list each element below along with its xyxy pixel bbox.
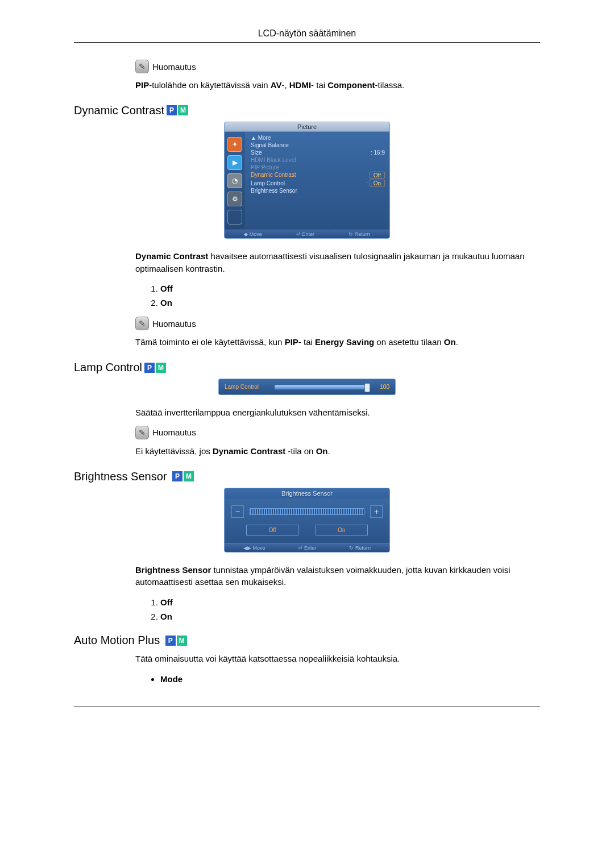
osd-lamp-value: 100 — [372, 384, 389, 390]
badge-p-icon: P — [167, 105, 177, 115]
badge-p-icon: P — [165, 636, 176, 646]
osd-brightness-sensor: Brightness Sensor − + Off On ◀▶ Move ⏎ E… — [224, 488, 390, 553]
dynamic-contrast-note: Tämä toiminto ei ole käytettävissä, kun … — [135, 336, 540, 348]
pip-source-note: PIP-tulolähde on käytettävissä vain AV-,… — [135, 79, 540, 92]
osd-bs-minus-button[interactable]: − — [231, 505, 244, 518]
note-label: Huomautus — [152, 62, 196, 72]
footer-divider — [74, 707, 540, 707]
osd-bs-title: Brightness Sensor — [225, 488, 389, 499]
osd-bs-plus-button[interactable]: + — [370, 505, 383, 518]
osd-nav-move: ◆ Move — [244, 231, 262, 237]
brightness-sensor-options: Off On — [148, 597, 540, 621]
note-icon: ✎ — [135, 426, 149, 439]
badge-m-icon: M — [177, 636, 187, 646]
badge-p-icon: P — [172, 471, 182, 481]
header-divider — [74, 42, 540, 43]
note-icon: ✎ — [135, 60, 149, 73]
osd-nav-move: ◀▶ Move — [243, 545, 265, 551]
osd-nav-return: ↻ Return — [349, 231, 370, 237]
osd-icon-input: ▶ — [227, 155, 242, 170]
osd-bs-gauge — [250, 508, 364, 515]
dynamic-contrast-options: Off On — [148, 284, 540, 308]
auto-motion-plus-bullets: Mode — [148, 674, 540, 684]
osd-lamp-control: Lamp Control 100 — [218, 379, 396, 395]
badge-m-icon: M — [178, 105, 188, 115]
osd-picture-menu: Picture ✦ ▶ ◔ ⚙ ▲ More Signal Balance Si… — [224, 122, 390, 239]
badge-m-icon: M — [184, 471, 194, 481]
osd-bs-off-button[interactable]: Off — [246, 525, 298, 535]
note-icon: ✎ — [135, 317, 149, 330]
heading-dynamic-contrast: Dynamic Contrast P M — [74, 104, 540, 117]
osd-bs-on-button[interactable]: On — [316, 525, 368, 535]
auto-motion-plus-desc: Tätä ominaisuutta voi käyttää katsottaes… — [135, 653, 540, 665]
badge-p-icon: P — [144, 363, 155, 373]
lamp-control-desc: Säätää invertterilamppua energiankulutuk… — [135, 406, 540, 419]
page-header-title: LCD-näytön säätäminen — [74, 28, 540, 39]
note-label: Huomautus — [152, 427, 196, 437]
osd-icon-setup: ⚙ — [227, 192, 242, 206]
osd-icon-blank — [227, 210, 242, 225]
osd-icon-picture: ✦ — [227, 137, 242, 152]
heading-lamp-control: Lamp Control P M — [74, 361, 540, 374]
badge-m-icon: M — [156, 363, 166, 373]
dynamic-contrast-desc: Dynamic Contrast havaitsee automaattises… — [135, 250, 540, 275]
osd-nav-return: ↻ Return — [349, 545, 371, 551]
note-label: Huomautus — [152, 319, 196, 329]
brightness-sensor-desc: Brightness Sensor tunnistaa ympäröivän v… — [135, 564, 540, 589]
heading-brightness-sensor: Brightness Sensor P M — [74, 470, 540, 483]
osd-picture-title: Picture — [225, 122, 389, 132]
lamp-control-note: Ei käytettävissä, jos Dynamic Contrast -… — [135, 445, 540, 458]
heading-auto-motion-plus: Auto Motion Plus P M — [74, 634, 540, 647]
osd-lamp-label: Lamp Control — [225, 384, 270, 390]
osd-icon-time: ◔ — [227, 173, 242, 188]
osd-nav-enter: ⏎ Enter — [296, 231, 314, 237]
osd-nav-enter: ⏎ Enter — [298, 545, 316, 551]
